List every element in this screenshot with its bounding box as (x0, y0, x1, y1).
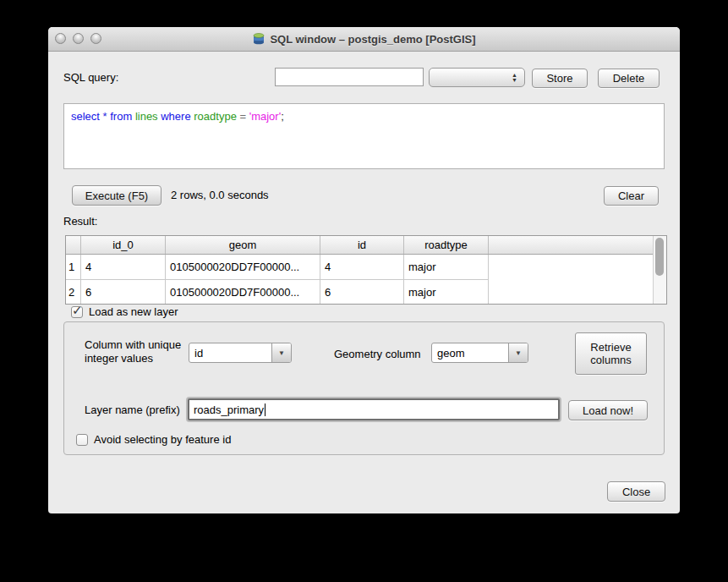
unique-column-value: id (189, 347, 271, 360)
clear-button[interactable]: Clear (604, 186, 659, 206)
cell-filler (489, 255, 666, 280)
row-number: 1 (66, 255, 81, 280)
query-status-text: 2 rows, 0.0 seconds (171, 189, 269, 201)
load-now-button[interactable]: Load now! (568, 400, 648, 420)
execute-button[interactable]: Execute (F5) (72, 185, 161, 206)
cell-geom[interactable]: 0105000020DD7F00000... (166, 280, 320, 305)
column-header[interactable]: id (320, 236, 404, 254)
result-table-header: id_0 geom id roadtype (66, 236, 666, 255)
column-header[interactable]: id_0 (81, 236, 166, 254)
title-bar[interactable]: SQL window – postgis_demo [PostGIS] (48, 27, 680, 52)
column-header-filler (489, 236, 666, 254)
cell-geom[interactable]: 0105000020DD7F00000... (166, 255, 320, 280)
sql-token: from (110, 110, 135, 123)
saved-query-select[interactable]: ▲▼ (429, 68, 525, 87)
delete-button[interactable]: Delete (598, 69, 660, 88)
sql-query-label: SQL query: (63, 71, 118, 84)
column-header-corner[interactable] (66, 236, 81, 254)
cell-roadtype[interactable]: major (404, 255, 489, 280)
window-title: SQL window – postgis_demo [PostGIS] (270, 33, 475, 46)
chevron-down-icon[interactable]: ▼ (271, 343, 291, 362)
result-label: Result: (63, 215, 97, 228)
sql-token: roadtype (194, 110, 239, 123)
query-name-input[interactable] (275, 68, 424, 86)
layer-name-input[interactable]: roads_primary (188, 398, 560, 420)
row-number: 2 (66, 280, 81, 305)
sql-token: 'major' (249, 110, 281, 123)
checkbox-label: Avoid selecting by feature id (94, 433, 231, 446)
checkbox-label: Load as new layer (89, 305, 178, 318)
cell-id0[interactable]: 6 (81, 280, 166, 305)
close-button[interactable]: Close (607, 481, 665, 502)
sql-token: = (239, 110, 249, 123)
unique-column-label: Column with unique integer values (85, 338, 190, 365)
sql-token: lines (135, 110, 161, 123)
sql-editor[interactable]: select * from lines where roadtype = 'ma… (63, 103, 665, 169)
sql-query-text: select * from lines where roadtype = 'ma… (71, 110, 657, 123)
checkbox-unchecked-icon[interactable] (76, 434, 88, 446)
sql-token: * (103, 110, 111, 123)
table-scrollbar[interactable] (653, 236, 666, 304)
checkbox-checked-icon[interactable] (71, 306, 83, 318)
cell-roadtype[interactable]: major (404, 280, 489, 305)
geometry-column-select[interactable]: geom ▼ (431, 343, 528, 363)
title-area: SQL window – postgis_demo [PostGIS] (48, 27, 680, 51)
table-row[interactable]: 2 6 0105000020DD7F00000... 6 major (66, 280, 666, 305)
cell-id[interactable]: 6 (320, 280, 404, 305)
cell-id0[interactable]: 4 (81, 255, 166, 280)
database-icon (252, 32, 265, 46)
text-caret (265, 404, 265, 416)
column-header[interactable]: geom (166, 236, 320, 254)
unique-column-select[interactable]: id ▼ (189, 343, 292, 363)
sql-window: SQL window – postgis_demo [PostGIS] SQL … (48, 27, 680, 513)
column-header[interactable]: roadtype (404, 236, 489, 254)
layer-name-value: roads_primary (194, 404, 264, 416)
cell-filler (489, 280, 666, 305)
chevron-down-icon[interactable]: ▼ (508, 343, 528, 362)
scrollbar-thumb[interactable] (655, 238, 664, 276)
geometry-column-value: geom (432, 347, 508, 360)
load-as-new-layer-checkbox[interactable]: Load as new layer (71, 305, 178, 318)
avoid-feature-id-checkbox[interactable]: Avoid selecting by feature id (76, 433, 231, 446)
cell-id[interactable]: 4 (320, 255, 404, 280)
result-table[interactable]: id_0 geom id roadtype 1 4 0105000020DD7F… (65, 235, 667, 305)
desktop-background: { "window": { "title": "SQL window – pos… (0, 0, 728, 582)
sql-token: where (161, 110, 194, 123)
retrieve-columns-button[interactable]: Retrieve columns (575, 332, 647, 375)
geometry-column-label: Geometry column (334, 348, 421, 360)
sql-token: select (71, 110, 103, 123)
stepper-arrows-icon: ▲▼ (512, 73, 517, 83)
layer-name-label: Layer name (prefix) (85, 404, 180, 416)
table-row[interactable]: 1 4 0105000020DD7F00000... 4 major (66, 255, 666, 280)
store-button[interactable]: Store (532, 69, 588, 88)
sql-token: ; (281, 110, 284, 123)
